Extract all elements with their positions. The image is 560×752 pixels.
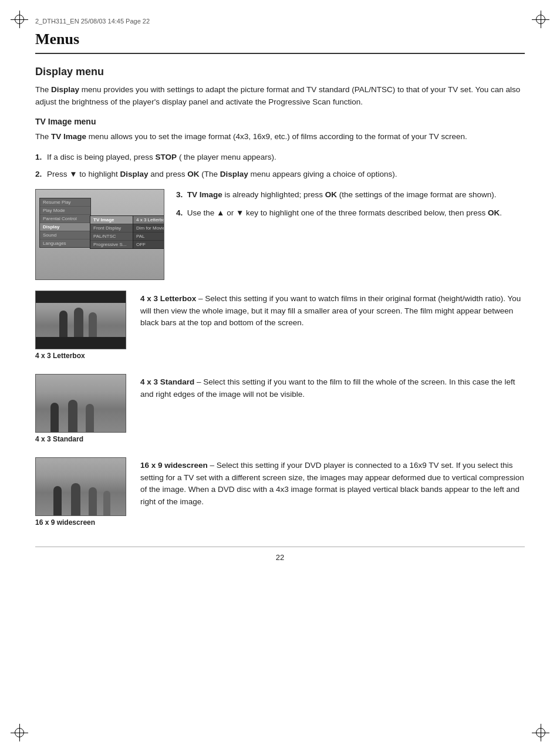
- submenu2-pal: PAL: [133, 232, 164, 241]
- tv-image-bold: TV Image: [51, 132, 86, 141]
- reg-mark-bottom-right: [532, 724, 549, 741]
- black-bar-top-letterbox: [36, 291, 126, 303]
- reg-mark-top-left: [11, 11, 28, 28]
- desc-widescreen-text: 16 x 9 widescreen – Select this setting …: [140, 460, 525, 509]
- desc-standard-text: 4 x 3 Standard – Select this setting if …: [140, 376, 525, 401]
- step-4: 4. Use the ▲ or ▼ key to highlight one o…: [176, 207, 525, 220]
- subsection-heading: TV Image menu: [35, 117, 525, 126]
- page-title: Menus: [35, 31, 525, 48]
- person-widescreen-2: [71, 483, 80, 515]
- menu-item-playmode: Play Mode: [40, 207, 90, 215]
- desc-letterbox: 4 x 3 Letterbox – Select this setting if…: [140, 291, 525, 330]
- ok-bold: OK: [187, 170, 199, 178]
- steps-list: 1. If a disc is being played, press STOP…: [35, 151, 525, 181]
- display-bold-3: Display: [220, 170, 248, 178]
- desc-standard: 4 x 3 Standard – Select this setting if …: [140, 374, 525, 401]
- page-container: 2_DTH311_EN 25/08/03 14:45 Page 22 Menus…: [0, 0, 560, 752]
- image-label-letterbox: 4 x 3 Letterbox: [35, 352, 126, 360]
- reg-mark-bottom-left: [11, 724, 28, 741]
- step-3-num: 3.: [176, 190, 183, 199]
- person-letterbox-2: [74, 308, 83, 337]
- step-1: 1. If a disc is being played, press STOP…: [35, 151, 525, 164]
- person-widescreen-3: [89, 487, 97, 515]
- menu-screenshot-section: Resume Play Play Mode Parental Control D…: [35, 189, 525, 280]
- person-standard-1: [50, 403, 59, 432]
- ok-bold-3: OK: [488, 208, 500, 217]
- menu-screenshot-col: Resume Play Play Mode Parental Control D…: [35, 189, 164, 280]
- format-row-widescreen: 16 x 9 widescreen 16 x 9 widescreen – Se…: [35, 457, 525, 529]
- step-1-text: If a disc is being played, press STOP ( …: [47, 153, 276, 161]
- step-3: 3. TV Image is already highlighted; pres…: [176, 189, 525, 201]
- image-label-standard: 4 x 3 Standard: [35, 435, 126, 443]
- display-bold-2: Display: [120, 170, 148, 178]
- format-row-letterbox: 4 x 3 Letterbox 4 x 3 Letterbox – Select…: [35, 291, 525, 362]
- display-bold: Display: [51, 85, 79, 94]
- step-2-num: 2.: [35, 168, 42, 181]
- img-col-widescreen: 16 x 9 widescreen: [35, 457, 126, 529]
- header-text: 2_DTH311_EN 25/08/03 14:45 Page 22: [35, 18, 150, 25]
- widescreen-bold: 16 x 9 widescreen: [140, 461, 208, 470]
- letterbox-bold: 4 x 3 Letterbox: [140, 294, 196, 303]
- menu-item-resume: Resume Play: [40, 198, 90, 207]
- step-2-text: Press ▼ to highlight Display and press O…: [47, 170, 397, 178]
- desc-widescreen: 16 x 9 widescreen – Select this setting …: [140, 457, 525, 509]
- format-row-standard: 4 x 3 Standard 4 x 3 Standard – Select t…: [35, 374, 525, 446]
- menu-item-languages: Languages: [40, 240, 90, 247]
- format-image-standard: [35, 374, 126, 433]
- submenu2-letterbox: 4 x 3 Letterbox: [133, 216, 164, 224]
- img-col-standard: 4 x 3 Standard: [35, 374, 126, 446]
- submenu2-off: OFF: [133, 241, 164, 248]
- standard-bold: 4 x 3 Standard: [140, 377, 194, 386]
- step-2: 2. Press ▼ to highlight Display and pres…: [35, 168, 525, 181]
- menu-item-display: Display: [40, 223, 90, 231]
- format-image-letterbox: [35, 291, 126, 349]
- image-label-widescreen: 16 x 9 widescreen: [35, 518, 126, 527]
- page-number: 22: [35, 547, 525, 562]
- black-bar-bottom-letterbox: [36, 337, 126, 349]
- menu-screenshot: Resume Play Play Mode Parental Control D…: [35, 189, 164, 280]
- menu-item-sound: Sound: [40, 231, 90, 240]
- person-widescreen-4: [103, 491, 110, 515]
- section-heading: Display menu: [35, 66, 525, 78]
- title-rule: [35, 53, 525, 54]
- person-letterbox-3: [89, 312, 97, 337]
- stop-bold: STOP: [156, 153, 177, 161]
- desc-letterbox-text: 4 x 3 Letterbox – Select this setting if…: [140, 293, 525, 330]
- format-image-widescreen: [35, 457, 126, 516]
- header-meta: 2_DTH311_EN 25/08/03 14:45 Page 22: [35, 18, 525, 25]
- tv-image-bold-2: TV Image: [187, 190, 222, 199]
- person-letterbox-1: [59, 311, 68, 337]
- step-1-num: 1.: [35, 151, 42, 164]
- submenu-palntsc: PAL/NTSC: [90, 232, 133, 241]
- subsection-intro: The TV Image menu allows you to set the …: [35, 131, 525, 143]
- steps-3-4-col: 3. TV Image is already highlighted; pres…: [176, 189, 525, 225]
- reg-mark-top-right: [532, 11, 549, 28]
- person-widescreen-1: [53, 486, 62, 515]
- person-standard-2: [68, 400, 77, 432]
- step-4-num: 4.: [176, 208, 183, 217]
- submenu-frontdisplay: Front Display: [90, 224, 133, 232]
- section-intro: The Display menu provides you with setti…: [35, 84, 525, 109]
- submenu-tvimage: TV Image: [90, 216, 133, 224]
- ok-bold-2: OK: [325, 190, 337, 199]
- menu-item-parental: Parental Control: [40, 215, 90, 223]
- img-col-letterbox: 4 x 3 Letterbox: [35, 291, 126, 362]
- submenu2-dim: Dim for Movies: [133, 224, 164, 232]
- person-standard-3: [86, 404, 94, 432]
- submenu-progressive: Progressive S...: [90, 241, 133, 248]
